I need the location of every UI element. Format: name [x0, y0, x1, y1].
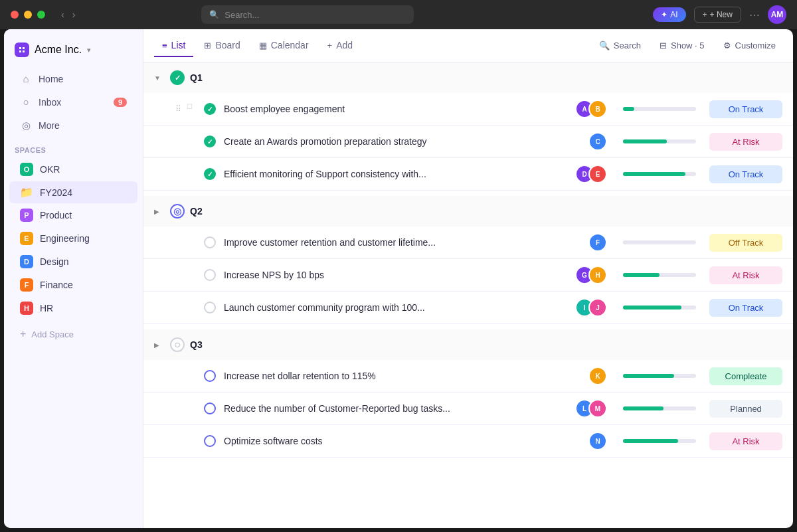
- task-name[interactable]: Efficient monitoring of Support consiste…: [224, 169, 575, 179]
- status-badge[interactable]: At Risk: [709, 266, 782, 284]
- tab-list[interactable]: ≡ List: [154, 35, 193, 57]
- sidebar-item-okr[interactable]: O OKR: [9, 158, 137, 181]
- task-name[interactable]: Boost employee engagement: [224, 104, 575, 114]
- group-q3[interactable]: ▶ ○ Q3: [143, 329, 793, 360]
- task-assignees: G H: [575, 266, 607, 284]
- sidebar-item-engineering[interactable]: E Engineering: [9, 227, 137, 250]
- task-status-icon[interactable]: [204, 236, 216, 248]
- maximize-button[interactable]: [37, 11, 45, 19]
- sidebar-item-fy2024[interactable]: 📁 FY2024: [9, 181, 137, 203]
- tab-calendar[interactable]: ▦ Calendar: [251, 35, 317, 57]
- progress-bar: [623, 139, 696, 143]
- table-row[interactable]: ⠿ Launch customer community program with…: [143, 292, 793, 324]
- hr-badge: H: [20, 302, 33, 315]
- task-status-icon[interactable]: [204, 370, 216, 382]
- tab-board[interactable]: ⊞ Board: [196, 35, 248, 57]
- sidebar-item-finance[interactable]: F Finance: [9, 274, 137, 296]
- q2-toggle-icon[interactable]: ▶: [154, 208, 165, 215]
- group-q1[interactable]: ▼ ✓ Q1: [143, 62, 793, 93]
- drag-handle-icon[interactable]: ⠿: [175, 104, 181, 114]
- workspace-header[interactable]: Acme Inc. ▾: [4, 37, 143, 68]
- sidebar-item-design[interactable]: D Design: [9, 250, 137, 273]
- task-list: ▼ ✓ Q1 ⠿ ☐ ✓ Boost employee engagement A…: [143, 62, 793, 528]
- group-q2[interactable]: ▶ ◎ Q2: [143, 196, 793, 226]
- toolbar-actions: 🔍 Search ⊟ Show · 5 ⚙ Customize: [592, 37, 782, 54]
- checkbox: [187, 236, 199, 248]
- workspace-chevron-icon: ▾: [87, 46, 91, 54]
- back-button[interactable]: ‹: [58, 8, 67, 21]
- add-tab-icon: +: [327, 41, 333, 50]
- add-space-button[interactable]: + Add Space: [9, 323, 137, 345]
- status-badge[interactable]: At Risk: [709, 432, 782, 450]
- status-badge[interactable]: At Risk: [709, 133, 782, 151]
- table-row[interactable]: ⠿ ✓ Create an Awards promotion preparati…: [143, 126, 793, 158]
- close-button[interactable]: [11, 11, 19, 19]
- task-name[interactable]: Launch customer community program with 1…: [224, 302, 575, 313]
- more-icon: ◎: [20, 120, 32, 132]
- show-button[interactable]: ⊟ Show · 5: [653, 37, 711, 54]
- global-search-bar[interactable]: 🔍 Search...: [201, 5, 414, 24]
- q2-status-icon: ◎: [170, 204, 185, 219]
- table-row[interactable]: ⠿ ☐ ✓ Boost employee engagement A B On T…: [143, 93, 793, 126]
- customize-button[interactable]: ⚙ Customize: [717, 37, 782, 54]
- task-name[interactable]: Increase net dollar retention to 115%: [224, 371, 588, 381]
- progress-bar: [623, 406, 696, 410]
- task-status-icon[interactable]: [204, 302, 216, 313]
- table-row[interactable]: ⠿ ✓ Efficient monitoring of Support cons…: [143, 158, 793, 191]
- inbox-icon: ○: [20, 96, 32, 108]
- q1-status-icon: ✓: [170, 70, 185, 85]
- status-badge[interactable]: On Track: [709, 299, 782, 317]
- task-name[interactable]: Create an Awards promotion preparation s…: [224, 136, 588, 147]
- status-badge[interactable]: Compleate: [709, 367, 782, 385]
- q1-toggle-icon[interactable]: ▼: [154, 74, 165, 82]
- status-badge[interactable]: Planned: [709, 400, 782, 418]
- sidebar-item-inbox[interactable]: ○ Inbox 9: [9, 91, 137, 113]
- progress-bar: [623, 107, 696, 111]
- table-row[interactable]: ⠿ Improve customer retention and custome…: [143, 226, 793, 259]
- minimize-button[interactable]: [24, 11, 32, 19]
- task-status-icon[interactable]: [204, 435, 216, 447]
- task-name[interactable]: Optimize software costs: [224, 436, 588, 446]
- task-assignees: N: [588, 432, 607, 450]
- q3-toggle-icon[interactable]: ▶: [154, 341, 165, 349]
- status-badge[interactable]: On Track: [709, 165, 782, 183]
- sidebar-item-hr[interactable]: H HR: [9, 297, 137, 319]
- q3-status-icon: ○: [170, 337, 185, 352]
- task-status-icon[interactable]: ✓: [204, 135, 216, 147]
- table-row[interactable]: ⠿ Increase net dollar retention to 115% …: [143, 360, 793, 393]
- ai-button[interactable]: ✦ AI: [653, 7, 685, 22]
- okr-badge: O: [20, 163, 33, 176]
- table-row[interactable]: ⠿ Optimize software costs N At Risk: [143, 425, 793, 458]
- engineering-badge: E: [20, 232, 33, 245]
- workspace-icon: [15, 43, 29, 57]
- table-row[interactable]: ⠿ Reduce the number of Customer-Reported…: [143, 393, 793, 425]
- status-badge[interactable]: Off Track: [709, 234, 782, 252]
- sidebar-item-more[interactable]: ◎ More: [9, 114, 137, 137]
- table-row[interactable]: ⠿ Increase NPS by 10 bps G H At Risk: [143, 259, 793, 292]
- sidebar-item-home[interactable]: ⌂ Home: [9, 68, 137, 90]
- search-action-icon: 🔍: [599, 41, 610, 50]
- progress-fill: [623, 374, 674, 378]
- avatar: E: [588, 165, 607, 183]
- new-button[interactable]: + + New: [694, 7, 741, 23]
- search-action-button[interactable]: 🔍 Search: [592, 37, 648, 54]
- checkbox[interactable]: ☐: [187, 103, 199, 115]
- task-status-icon[interactable]: ✓: [204, 103, 216, 115]
- sidebar-item-product[interactable]: P Product: [9, 204, 137, 226]
- avatar: F: [588, 233, 607, 252]
- checkbox: [187, 402, 199, 414]
- apps-icon[interactable]: ⋯: [749, 9, 760, 21]
- forward-button[interactable]: ›: [70, 8, 78, 21]
- task-name[interactable]: Reduce the number of Customer-Reported b…: [224, 403, 575, 414]
- task-name[interactable]: Improve customer retention and customer …: [224, 237, 588, 248]
- task-status-icon[interactable]: [204, 402, 216, 414]
- tab-add[interactable]: + Add: [319, 35, 361, 57]
- task-name[interactable]: Increase NPS by 10 bps: [224, 270, 575, 280]
- task-assignees: A B: [575, 100, 607, 118]
- task-status-icon[interactable]: [204, 269, 216, 281]
- q2-label: Q2: [190, 206, 203, 217]
- progress-bar: [623, 439, 696, 443]
- task-status-icon[interactable]: ✓: [204, 168, 216, 180]
- status-badge[interactable]: On Track: [709, 100, 782, 118]
- user-avatar[interactable]: AM: [768, 5, 786, 24]
